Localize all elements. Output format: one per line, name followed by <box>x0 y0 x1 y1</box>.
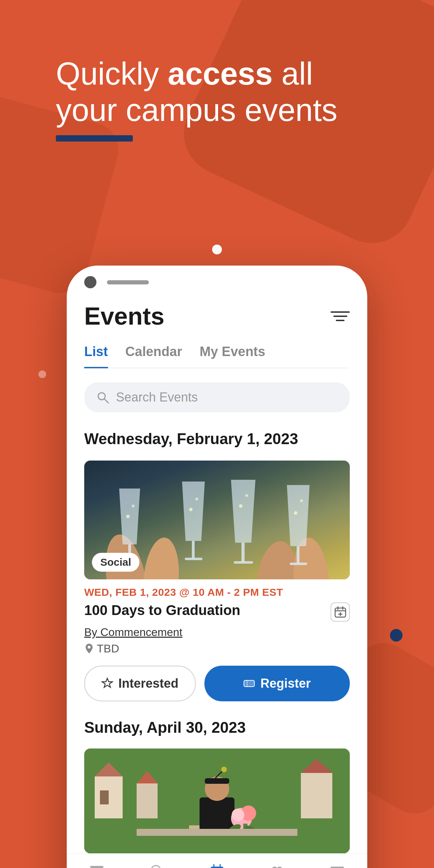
filter-button[interactable] <box>331 309 350 324</box>
hero-underline <box>56 135 133 142</box>
svg-rect-47 <box>205 778 229 784</box>
nav-groups[interactable]: Groups <box>247 862 307 868</box>
star-icon <box>101 678 113 689</box>
svg-rect-12 <box>192 541 195 558</box>
svg-point-61 <box>151 866 160 868</box>
nav-more[interactable]: More <box>307 862 367 868</box>
date-heading-1: Wednesday, February 1, 2023 <box>84 430 350 448</box>
ticket-icon <box>243 678 255 689</box>
svg-point-70 <box>277 867 282 868</box>
app-header: Events <box>84 302 350 330</box>
svg-point-19 <box>239 504 243 508</box>
nav-discover[interactable]: Discover <box>127 862 187 868</box>
svg-point-32 <box>88 646 91 649</box>
action-buttons: Interested Register <box>84 666 350 701</box>
register-button[interactable]: Register <box>204 666 350 701</box>
svg-marker-11 <box>182 482 205 541</box>
phone-speaker <box>107 280 149 284</box>
location-icon <box>84 643 94 654</box>
add-to-calendar-button[interactable] <box>331 602 350 622</box>
svg-rect-22 <box>297 546 299 564</box>
svg-rect-63 <box>210 867 224 868</box>
event-title-1: 100 Days to Graduation <box>84 602 240 618</box>
svg-point-69 <box>272 867 277 868</box>
svg-point-24 <box>294 511 297 515</box>
category-badge: Social <box>92 553 139 572</box>
event-title-row: 100 Days to Graduation <box>84 602 350 622</box>
organizer-link[interactable]: Commencement <box>100 626 182 638</box>
tab-list[interactable]: List <box>84 344 108 368</box>
svg-point-49 <box>221 767 227 772</box>
dot-right <box>390 629 403 642</box>
dot-left <box>38 370 46 378</box>
event-image-1: Social <box>84 461 350 579</box>
svg-line-1 <box>104 399 108 403</box>
nav-events[interactable]: Events <box>187 862 247 868</box>
hero-text: Quickly access all your campus events <box>56 56 337 142</box>
event-organizer-1: By Commencement <box>84 626 350 639</box>
svg-rect-23 <box>290 563 307 565</box>
svg-rect-73 <box>331 867 344 868</box>
svg-marker-21 <box>287 485 310 546</box>
svg-point-20 <box>245 494 248 497</box>
phone-top-bar <box>67 266 367 288</box>
event-card-1: Social WED, FEB 1, 2023 @ 10 AM - 2 PM E… <box>84 461 350 701</box>
svg-rect-33 <box>244 680 254 687</box>
svg-rect-57 <box>137 829 297 836</box>
groups-icon <box>268 862 286 868</box>
events-icon <box>208 862 226 868</box>
graduation-image <box>84 748 350 853</box>
svg-point-3 <box>140 536 182 579</box>
svg-marker-16 <box>231 480 255 543</box>
svg-rect-13 <box>185 558 202 560</box>
discover-icon <box>148 862 166 868</box>
app-content: Events List Calendar My Events Search Ev… <box>67 288 367 853</box>
search-input[interactable]: Search Events <box>116 390 198 405</box>
svg-point-14 <box>189 508 193 511</box>
svg-point-25 <box>300 499 303 502</box>
interested-button[interactable]: Interested <box>84 666 196 701</box>
svg-rect-58 <box>90 866 103 868</box>
graduation-svg <box>84 748 350 853</box>
filter-line-2 <box>333 316 347 317</box>
bottom-nav: Feed Discover <box>67 853 367 868</box>
hero-line2: your campus events <box>56 93 337 128</box>
hero-line1: Quickly access all <box>56 56 313 91</box>
svg-rect-38 <box>100 790 109 804</box>
tab-calendar[interactable]: Calendar <box>125 344 182 364</box>
svg-rect-17 <box>241 543 245 562</box>
calendar-add-icon <box>334 606 346 618</box>
phone-mockup: Events List Calendar My Events Search Ev… <box>67 266 367 868</box>
phone-camera <box>84 276 96 288</box>
page-title: Events <box>84 302 165 330</box>
tab-bar: List Calendar My Events <box>84 344 350 368</box>
search-bar[interactable]: Search Events <box>84 382 350 412</box>
tab-my-events[interactable]: My Events <box>200 344 265 364</box>
svg-rect-41 <box>301 773 332 818</box>
search-icon <box>96 391 109 404</box>
nav-feed[interactable]: Feed <box>67 862 127 868</box>
carousel-dot <box>212 245 222 254</box>
svg-point-52 <box>232 809 244 821</box>
event-datetime-1: WED, FEB 1, 2023 @ 10 AM - 2 PM EST <box>84 586 350 598</box>
filter-line-1 <box>331 311 350 313</box>
date-heading-2: Sunday, April 30, 2023 <box>84 719 350 736</box>
svg-point-15 <box>195 498 198 500</box>
event-location-1: TBD <box>84 642 350 655</box>
svg-point-9 <box>126 515 130 518</box>
event-image-2 <box>84 748 350 853</box>
feed-icon <box>88 862 106 868</box>
filter-line-3 <box>336 320 345 321</box>
svg-rect-18 <box>234 561 253 564</box>
svg-point-10 <box>132 505 135 507</box>
more-icon <box>328 862 346 868</box>
svg-rect-39 <box>137 783 158 818</box>
